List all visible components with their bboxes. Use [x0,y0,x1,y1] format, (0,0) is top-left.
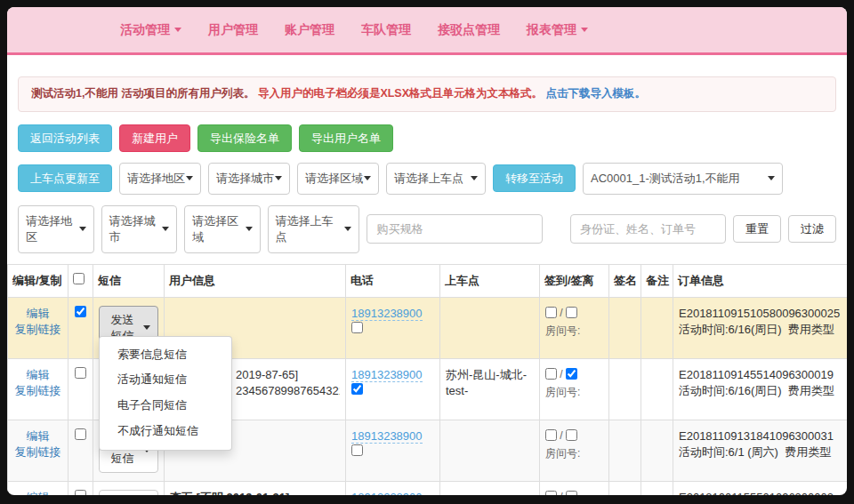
order-number: E20181001155501096300003 [679,490,847,496]
region-select[interactable]: 请选择地区 [119,163,201,195]
menu-item-econtract-sms[interactable]: 电子合同短信 [100,393,231,419]
edit-link[interactable]: 编辑 [27,429,50,443]
sign-in-checkbox[interactable] [545,368,557,380]
order-number: E201811091510580096300025 [679,306,847,323]
chevron-down-icon [143,325,150,330]
sign-separator: / [560,307,562,319]
user-line2: 23456789987654321 [236,383,340,400]
nav-item-user-mgmt[interactable]: 用户管理 [208,22,258,38]
nav-item-activity-mgmt[interactable]: 活动管理 [120,22,181,38]
phone-link[interactable]: 18913238900 [351,491,423,496]
phone-link[interactable]: 18913238900 [351,429,423,444]
nav-item-label: 活动管理 [120,22,170,38]
sign-cell: / 房间号: [540,481,609,495]
send-sms-button[interactable]: 发送短信 [99,490,158,496]
district-select[interactable]: 请选择区域 [297,163,379,195]
pickup-cell [440,297,540,358]
select-value: 请选择城市 [109,213,163,245]
nav-item-label: 报表管理 [527,22,576,38]
edit-link[interactable]: 编辑 [27,307,50,320]
pickup-point-select[interactable]: 请选择上车点 [386,163,486,195]
chevron-down-icon [768,176,775,180]
user-info-cell: 李五 [不明 2019-01-31] 台胞证: ef4334 [165,481,346,495]
filter-pickup-select[interactable]: 请选择上车点 [268,205,360,253]
spec-input[interactable] [367,214,543,244]
row-select-cell [68,297,93,358]
chevron-down-icon [174,28,181,32]
phone-checkbox[interactable] [351,383,363,395]
chevron-down-icon [471,176,478,180]
nav-item-fleet-mgmt[interactable]: 车队管理 [361,22,411,38]
row-checkbox[interactable] [75,367,86,379]
menu-item-cancel-notice-sms[interactable]: 不成行通知短信 [100,419,231,444]
target-activity-select[interactable]: AC0001_1-测试活动1,不能用 [583,163,783,195]
sign-out-checkbox[interactable] [566,429,577,441]
pickup-cell [440,420,540,481]
download-template-link[interactable]: 点击下载导入模板。 [546,87,647,100]
select-value: 请选择区域 [305,171,363,187]
phone-link[interactable]: 18913238900 [351,368,423,382]
nav-item-shuttle-point-mgmt[interactable]: 接驳点管理 [438,22,500,38]
col-header-sms: 短信 [93,264,165,297]
top-navbar: 活动管理 用户管理 账户管理 车队管理 接驳点管理 报表管理 [7,7,847,55]
copy-link[interactable]: 复制链接 [15,445,61,459]
col-header-note: 备注 [641,264,673,297]
nav-item-label: 车队管理 [361,22,411,38]
menu-item-activity-notice-sms[interactable]: 活动通知短信 [100,367,231,393]
back-to-activities-button[interactable]: 返回活动列表 [18,124,112,152]
update-pickup-button[interactable]: 上车点更新至 [18,164,112,192]
row-select-cell [68,481,93,495]
export-users-button[interactable]: 导出用户名单 [299,124,393,152]
col-header-edit: 编辑/复制 [8,264,68,297]
alert-activity-title: 测试活动1,不能用 活动项目的所有用户列表。 [31,87,254,100]
search-input[interactable] [570,214,726,244]
edit-link[interactable]: 编辑 [27,491,50,496]
select-value: 请选择城市 [216,171,274,187]
user-line1: 李五 [不明 2019-01-31] [170,490,340,496]
reset-button[interactable]: 重置 [733,215,781,243]
sign-out-checkbox[interactable] [566,307,577,318]
order-number: E20181109145514096300019 [679,367,847,384]
filter-region-select[interactable]: 请选择地区 [18,205,94,253]
order-info-cell: E20181001155501096300003 活动时间:6/16(周日) 费… [673,481,848,495]
copy-link[interactable]: 复制链接 [15,384,61,397]
transfer-to-activity-button[interactable]: 转移至活动 [493,164,576,192]
select-value: AC0001_1-测试活动1,不能用 [591,171,740,187]
sign-in-checkbox[interactable] [545,429,557,441]
select-value: 请选择区域 [192,213,246,245]
chevron-down-icon [581,28,588,32]
col-header-select-all [68,264,93,297]
order-info-cell: E201811091510580096300025 活动时间:6/16(周日) … [673,297,848,358]
filter-district-select[interactable]: 请选择区域 [184,205,261,253]
menu-item-request-info-sms[interactable]: 索要信息短信 [100,342,231,368]
copy-link[interactable]: 复制链接 [15,323,61,336]
chevron-down-icon [186,176,193,180]
note-cell [641,481,673,495]
col-header-phone: 电话 [346,264,440,297]
nav-item-report-mgmt[interactable]: 报表管理 [527,22,588,38]
filter-city-select[interactable]: 请选择城市 [101,205,178,253]
phone-checkbox[interactable] [351,444,363,456]
row-checkbox[interactable] [75,306,86,317]
row-checkbox[interactable] [75,428,86,440]
sign-in-checkbox[interactable] [545,307,557,318]
order-info-cell: E20181109131841096300031 活动时间:6/1 (周六) 费… [673,420,848,481]
new-user-button[interactable]: 新建用户 [119,124,190,152]
nav-item-account-mgmt[interactable]: 账户管理 [285,22,334,38]
users-table: 编辑/复制 短信 用户信息 电话 上车点 签到/签离 签名 备注 订单信息 [7,264,847,496]
chevron-down-icon [344,227,351,231]
phone-checkbox[interactable] [351,322,363,333]
sign-out-checkbox[interactable] [566,368,577,380]
select-all-checkbox[interactable] [73,273,85,284]
chevron-down-icon [364,176,371,180]
room-label: 房间号: [545,324,603,339]
edit-link[interactable]: 编辑 [27,368,50,381]
sign-out-checkbox[interactable] [566,491,577,496]
col-header-user: 用户信息 [165,264,346,297]
export-insurance-button[interactable]: 导出保险名单 [197,124,292,152]
filter-button[interactable]: 过滤 [788,215,836,243]
phone-link[interactable]: 18913238900 [351,307,423,321]
sign-in-checkbox[interactable] [545,491,557,496]
row-checkbox[interactable] [75,490,86,496]
city-select[interactable]: 请选择城市 [208,163,290,195]
